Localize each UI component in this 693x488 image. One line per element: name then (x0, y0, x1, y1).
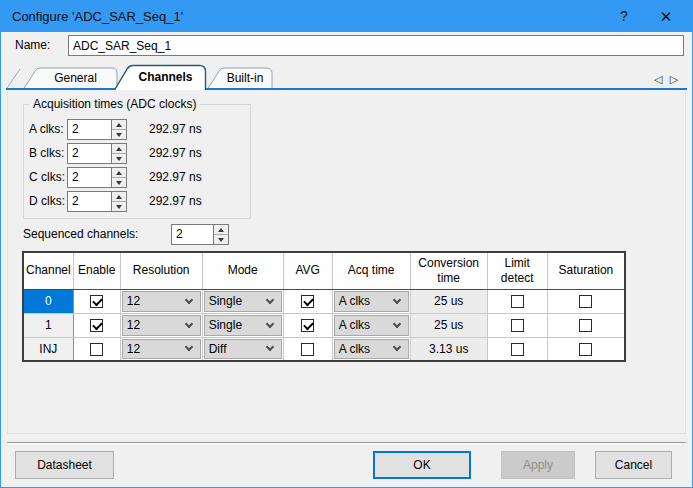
acq-time-dropdown[interactable]: A clks (334, 339, 409, 360)
limit-detect-checkbox[interactable] (511, 319, 524, 332)
avg-checkbox[interactable] (301, 343, 314, 356)
spin-up-icon[interactable] (112, 192, 126, 202)
ok-button[interactable]: OK (373, 451, 471, 479)
d-clks-value[interactable]: 2 (68, 192, 111, 211)
c-clks-label: C clks: (29, 167, 65, 188)
col-header-avg: AVG (283, 252, 332, 289)
name-label: Name: (15, 35, 50, 56)
resolution-dropdown[interactable]: 12 (122, 339, 201, 360)
spin-up-icon[interactable] (112, 120, 126, 130)
a-clks-time: 292.97 ns (149, 119, 202, 140)
chevron-down-icon (184, 295, 192, 303)
tab-channels-label: Channels (124, 64, 207, 90)
close-icon[interactable]: ✕ (646, 1, 686, 32)
chevron-down-icon (265, 295, 273, 303)
table-row: 0 12 Single A clks 25 us (23, 289, 625, 313)
channel-1-header-cell[interactable]: 1 (23, 313, 73, 337)
tab-built-in-label: Built-in (217, 67, 273, 89)
chevron-down-icon (184, 343, 192, 351)
tab-general-label: General (33, 67, 118, 89)
spin-up-icon[interactable] (112, 144, 126, 154)
limit-detect-checkbox[interactable] (511, 343, 524, 356)
mode-value: Diff (205, 340, 267, 358)
saturation-checkbox[interactable] (579, 343, 592, 356)
c-clks-spinner[interactable]: 2 (67, 167, 127, 188)
spin-down-icon[interactable] (112, 154, 126, 163)
enable-checkbox[interactable] (90, 319, 103, 332)
resolution-dropdown[interactable]: 12 (122, 315, 201, 336)
col-header-limit-detect: Limit detect (487, 252, 547, 289)
d-clks-time: 292.97 ns (149, 191, 202, 212)
resolution-cell: 12 (120, 337, 202, 361)
d-clks-spinner[interactable]: 2 (67, 191, 127, 212)
sequenced-channels-value[interactable]: 2 (172, 225, 213, 244)
spin-down-icon[interactable] (112, 202, 126, 211)
table-row: INJ 12 Diff A clks 3.13 us (23, 337, 625, 361)
sequenced-channels-spinner[interactable]: 2 (171, 224, 229, 245)
tab-built-in[interactable]: Built-in (207, 67, 273, 89)
a-clks-label: A clks: (29, 119, 64, 140)
mode-dropdown[interactable]: Single (204, 315, 282, 336)
apply-button: Apply (501, 451, 575, 479)
mode-dropdown[interactable]: Single (204, 291, 282, 312)
chevron-down-icon (392, 295, 400, 303)
acq-time-dropdown[interactable]: A clks (334, 291, 409, 312)
chevron-down-icon (392, 343, 400, 351)
enable-cell (73, 337, 120, 361)
a-clks-spinner[interactable]: 2 (67, 119, 127, 140)
sequenced-channels-label: Sequenced channels: (23, 224, 138, 245)
mode-dropdown[interactable]: Diff (204, 339, 282, 360)
limit-detect-cell (487, 289, 547, 313)
avg-cell (283, 337, 332, 361)
tab-general[interactable]: General (23, 67, 118, 89)
conversion-time-cell: 25 us (410, 313, 487, 337)
acq-time-dropdown[interactable]: A clks (334, 315, 409, 336)
enable-checkbox[interactable] (90, 295, 103, 308)
channel-table: Channel Enable Resolution Mode AVG Acq t… (22, 251, 626, 362)
tab-scroll-left-icon[interactable]: ◁ (651, 71, 665, 87)
mode-cell: Single (202, 313, 283, 337)
saturation-cell (547, 337, 625, 361)
col-header-acq-time: Acq time (332, 252, 410, 289)
name-input[interactable] (68, 35, 684, 56)
spin-down-icon[interactable] (112, 178, 126, 187)
avg-checkbox[interactable] (301, 295, 314, 308)
mode-value: Single (205, 316, 267, 334)
limit-detect-checkbox[interactable] (511, 295, 524, 308)
resolution-value: 12 (123, 340, 186, 358)
spin-down-icon[interactable] (214, 235, 228, 244)
datasheet-button[interactable]: Datasheet (15, 451, 114, 479)
spin-up-icon[interactable] (214, 225, 228, 235)
c-clks-value[interactable]: 2 (68, 168, 111, 187)
limit-detect-cell (487, 313, 547, 337)
dialog-title: Configure 'ADC_SAR_Seq_1' (12, 1, 183, 32)
b-clks-value[interactable]: 2 (68, 144, 111, 163)
resolution-cell: 12 (120, 313, 202, 337)
col-header-mode: Mode (202, 252, 283, 289)
saturation-checkbox[interactable] (579, 319, 592, 332)
avg-checkbox[interactable] (301, 319, 314, 332)
help-icon[interactable]: ? (604, 1, 644, 32)
col-header-conversion-time: Conversion time (410, 252, 487, 289)
conversion-time-cell: 25 us (410, 289, 487, 313)
resolution-value: 12 (123, 292, 186, 310)
conversion-time-cell: 3.13 us (410, 337, 487, 361)
saturation-checkbox[interactable] (579, 295, 592, 308)
tab-channels[interactable]: Channels (114, 64, 207, 90)
a-clks-value[interactable]: 2 (68, 120, 111, 139)
channel-inj-header-cell[interactable]: INJ (23, 337, 73, 361)
b-clks-spinner[interactable]: 2 (67, 143, 127, 164)
acq-row-d: D clks: 2 292.97 ns (1, 191, 693, 212)
col-header-saturation: Saturation (547, 252, 625, 289)
tab-underline (6, 88, 687, 90)
tab-scroll-right-icon[interactable]: ▷ (667, 71, 681, 87)
spin-down-icon[interactable] (112, 130, 126, 139)
title-bar: Configure 'ADC_SAR_Seq_1' ? ✕ (1, 1, 692, 32)
cancel-button[interactable]: Cancel (595, 451, 672, 479)
saturation-cell (547, 289, 625, 313)
enable-checkbox[interactable] (90, 343, 103, 356)
resolution-dropdown[interactable]: 12 (122, 291, 201, 312)
spin-up-icon[interactable] (112, 168, 126, 178)
limit-detect-cell (487, 337, 547, 361)
channel-0-header-cell[interactable]: 0 (23, 289, 73, 313)
